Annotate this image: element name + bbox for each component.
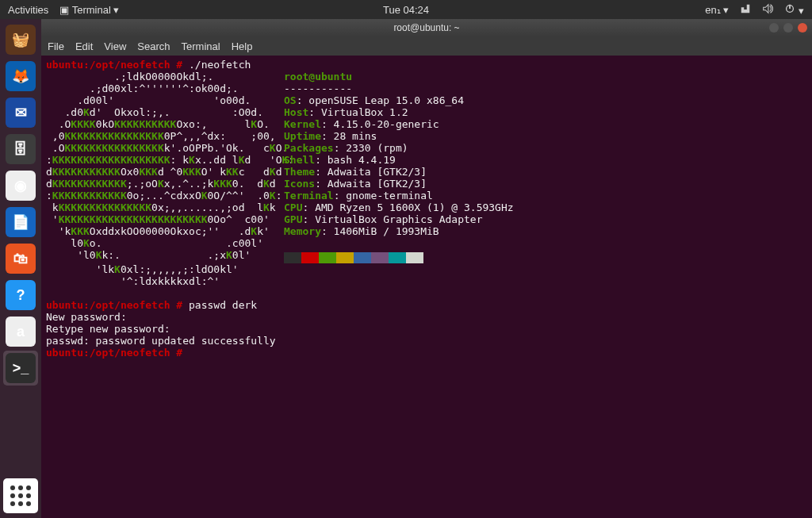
ubuntu-store-icon[interactable]: 🧺 [3, 22, 38, 57]
firefox-icon[interactable]: 🦊 [3, 59, 38, 94]
top-panel: Activities ▣ Terminal ▾ Tue 04:24 en₁ ▾ … [0, 0, 812, 19]
files-icon[interactable]: 🗄 [3, 132, 38, 167]
terminal-icon[interactable]: >_ [3, 351, 38, 386]
menubar: FileEditViewSearchTerminalHelp [41, 36, 812, 56]
show-applications-button[interactable] [3, 478, 38, 513]
menu-view[interactable]: View [104, 40, 126, 52]
rhythmbox-icon[interactable]: ◉ [3, 168, 38, 203]
terminal-content[interactable]: ubuntu:/opt/neofetch # ./neofetch .;ldkO… [41, 56, 812, 518]
power-icon[interactable]: ▾ [784, 3, 804, 17]
clock[interactable]: Tue 04:24 [383, 4, 429, 16]
window-titlebar[interactable]: root@ubuntu: ~ [41, 19, 812, 36]
app-menu[interactable]: ▣ Terminal ▾ [59, 4, 119, 16]
writer-icon[interactable]: 📄 [3, 205, 38, 240]
dock: 🧺🦊✉🗄◉📄🛍?a>_ [0, 19, 41, 518]
menu-terminal[interactable]: Terminal [182, 40, 220, 52]
menu-file[interactable]: File [48, 40, 64, 52]
thunderbird-icon[interactable]: ✉ [3, 95, 38, 130]
terminal-window: root@ubuntu: ~ FileEditViewSearchTermina… [41, 19, 812, 518]
volume-icon[interactable] [762, 3, 773, 17]
close-button[interactable] [798, 23, 807, 33]
svg-rect-1 [790, 4, 791, 8]
software-icon[interactable]: 🛍 [3, 241, 38, 276]
amazon-icon[interactable]: a [3, 314, 38, 349]
network-icon[interactable] [740, 3, 751, 17]
menu-search[interactable]: Search [137, 40, 170, 52]
window-title: root@ubuntu: ~ [393, 22, 459, 33]
help-icon[interactable]: ? [3, 278, 38, 313]
input-lang[interactable]: en₁ ▾ [705, 4, 729, 16]
maximize-button[interactable] [783, 23, 793, 33]
menu-edit[interactable]: Edit [75, 40, 93, 52]
activities-button[interactable]: Activities [8, 4, 48, 16]
menu-help[interactable]: Help [232, 40, 253, 52]
minimize-button[interactable] [769, 23, 779, 33]
